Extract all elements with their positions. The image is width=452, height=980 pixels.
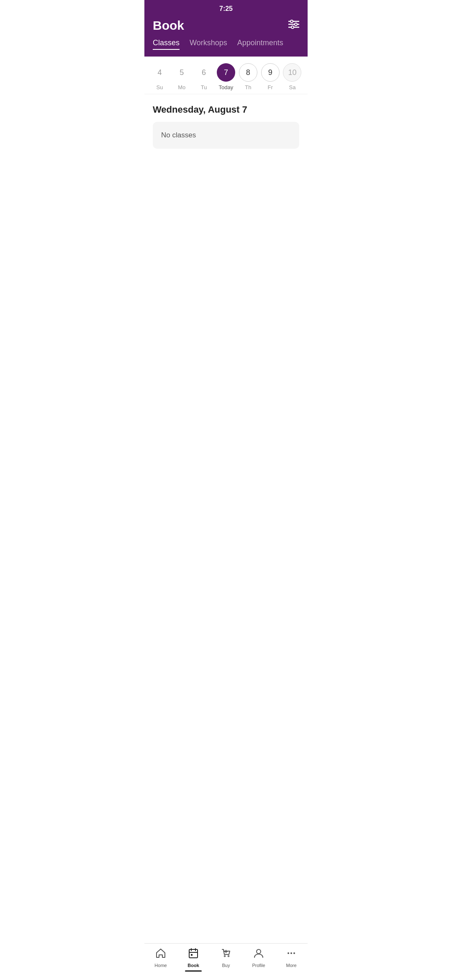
svg-point-5 (291, 26, 294, 28)
day-today[interactable]: 7 Today (217, 63, 235, 90)
day-sunday[interactable]: 4 Su (150, 63, 169, 90)
day-tuesday[interactable]: 6 Tu (195, 63, 213, 90)
week-strip: 4 Su 5 Mo 6 Tu 7 Today 8 Th 9 Fr 10 Sa (144, 57, 308, 94)
day-label-fr: Fr (268, 84, 273, 90)
day-number-10: 10 (283, 63, 301, 82)
status-time: 7:25 (219, 5, 233, 13)
main-content: 4 Su 5 Mo 6 Tu 7 Today 8 Th 9 Fr 10 Sa W… (144, 57, 308, 191)
day-label-tu: Tu (201, 84, 207, 90)
filter-icon[interactable] (288, 20, 299, 31)
day-number-4: 4 (150, 63, 169, 82)
day-saturday[interactable]: 10 Sa (283, 63, 301, 90)
no-classes-box: No classes (153, 122, 299, 149)
svg-point-4 (295, 23, 297, 26)
svg-point-3 (290, 20, 293, 23)
tab-classes[interactable]: Classes (153, 39, 180, 50)
day-monday[interactable]: 5 Mo (172, 63, 191, 90)
day-number-6: 6 (195, 63, 213, 82)
day-label-mo: Mo (178, 84, 185, 90)
date-heading: Wednesday, August 7 (144, 94, 308, 122)
day-number-8: 8 (239, 63, 257, 82)
day-label-today: Today (219, 84, 234, 90)
header: Book (144, 15, 308, 33)
day-number-9: 9 (261, 63, 280, 82)
page-title: Book (153, 18, 184, 33)
day-number-5: 5 (172, 63, 191, 82)
day-friday[interactable]: 9 Fr (261, 63, 280, 90)
tab-workshops[interactable]: Workshops (190, 39, 227, 50)
day-label-th: Th (245, 84, 251, 90)
day-number-7: 7 (217, 63, 235, 82)
tab-appointments[interactable]: Appointments (237, 39, 283, 50)
tabs-bar: Classes Workshops Appointments (144, 33, 308, 57)
day-label-su: Su (156, 84, 163, 90)
no-classes-text: No classes (161, 131, 196, 139)
day-thursday[interactable]: 8 Th (239, 63, 257, 90)
status-bar: 7:25 (144, 0, 308, 15)
day-label-sa: Sa (289, 84, 296, 90)
